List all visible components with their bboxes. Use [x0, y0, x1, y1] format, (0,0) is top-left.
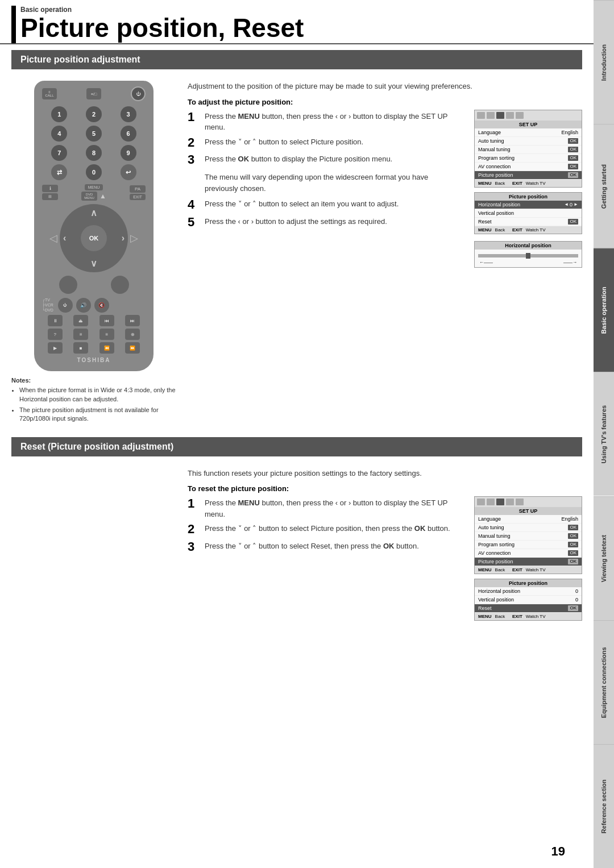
btn-6[interactable]: 6 [121, 126, 136, 142]
btn-right-bottom[interactable] [111, 276, 129, 294]
setup-row-program-sorting: Program sortingOK [475, 154, 582, 163]
btn-stop[interactable]: ■ [73, 342, 88, 354]
btn-q[interactable]: ? [48, 329, 63, 340]
btn-back[interactable]: ↩ [121, 164, 136, 180]
page-number: 19 [551, 844, 565, 859]
setup-row-language: LanguageEnglish [475, 128, 582, 137]
reset-row-reset: ResetOK [475, 604, 582, 613]
btn-mute[interactable]: 🔇 [94, 298, 109, 313]
btn-pause[interactable]: ⏸ [48, 315, 63, 326]
btn-0[interactable]: 0 [86, 164, 102, 180]
step-1-text: Press the MENU button, then press the ‹ … [205, 110, 463, 133]
reset-screen: Picture position Horizontal position0 Ve… [474, 579, 582, 621]
exit-btn[interactable]: EXIT [130, 194, 146, 200]
s2-icon-2 [487, 499, 495, 505]
btn-i[interactable]: ℹ [42, 185, 58, 192]
remote-control: ≡ CALL ≡/□ ⏻ 1 2 3 4 5 6 [34, 81, 154, 371]
sidebar-tab-tv-features[interactable]: Using TV's features [594, 372, 614, 496]
screen-icon-4 [506, 112, 514, 119]
menu-btn[interactable]: MENU [85, 184, 103, 190]
nav-right-arrow[interactable]: › [122, 233, 125, 243]
nav-up-arrow[interactable]: ∧ [90, 207, 97, 218]
btn-power-small[interactable]: ⏻ [58, 298, 73, 313]
sidebar-tabs: Introduction Getting started Basic opera… [594, 0, 614, 868]
sidebar-tab-basic-operation[interactable]: Basic operation [594, 248, 614, 372]
s2-icon-3 [496, 499, 504, 505]
btn-prev[interactable]: ⏮ [99, 315, 114, 326]
section1-content: ≡ CALL ≡/□ ⏻ 1 2 3 4 5 6 [0, 69, 594, 431]
header-area: Basic operation Picture position, Reset [0, 0, 594, 44]
sidebar-tab-getting-started[interactable]: Getting started [594, 124, 614, 248]
dvd-menu-btn[interactable]: DVDMENU [81, 192, 97, 201]
btn-text[interactable]: ≡ [99, 329, 114, 340]
nav-down-arrow[interactable]: ∨ [90, 258, 97, 269]
note-item: The picture position adjustment is not a… [19, 406, 176, 423]
btn-4[interactable]: 4 [51, 126, 67, 142]
menu-icon-btn[interactable]: ≡/□ [86, 88, 101, 99]
btn-guide[interactable]: ≡ [73, 329, 88, 340]
btn-vol[interactable]: 🔊 [76, 298, 91, 313]
notes-list: When the picture format is in Wide or 4:… [11, 386, 176, 423]
header-text-area: Basic operation Picture position, Reset [20, 6, 576, 43]
btn-eject[interactable]: ⏏ [73, 315, 88, 326]
hpos-slider [478, 254, 578, 258]
s2-icon-4 [506, 499, 514, 505]
step-3: 3 Press the OK button to display the Pic… [188, 152, 463, 167]
sidebar-tab-introduction[interactable]: Introduction [594, 0, 614, 124]
screen-icon-5 [516, 112, 524, 119]
btn-rew[interactable]: ⏪ [99, 342, 114, 354]
picture-position-title: Picture position [475, 193, 582, 201]
section2-step-1-num: 1 [188, 496, 200, 511]
btn-next[interactable]: ⏭ [125, 315, 140, 326]
btn-5[interactable]: 5 [86, 126, 102, 142]
btn-ff[interactable]: ⏩ [125, 342, 140, 354]
btn-1[interactable]: 1 [51, 106, 67, 122]
sidebar-tab-teletext[interactable]: Viewing teletext [594, 496, 614, 620]
power-btn[interactable]: ⏻ [131, 86, 146, 101]
section1-subsection: To adjust the picture position: [188, 98, 582, 106]
s2-row-language: LanguageEnglish [475, 515, 582, 524]
btn-7[interactable]: 7 [51, 145, 67, 161]
btn-play[interactable]: ▶ [48, 342, 63, 354]
step-3-text: Press the OK button to display the Pictu… [205, 152, 463, 165]
s2-setup-footer: MENU Back EXIT Watch TV [475, 566, 582, 574]
setup-row-picture-position: Picture positionOK [475, 171, 582, 180]
btn-9[interactable]: 9 [121, 145, 136, 161]
reset-row-horizontal: Horizontal position0 [475, 587, 582, 596]
btn-dii[interactable]: ⊞ [42, 193, 58, 200]
btn-left-bottom[interactable] [59, 276, 77, 294]
tv-vcr-dvd-row: ┌TV ├VCR └DVD ⏻ 🔊 🔇 [42, 297, 146, 313]
section1-header: Picture position adjustment [11, 50, 582, 69]
ok-btn[interactable]: OK [81, 225, 107, 251]
nav-left-arrow[interactable]: ‹ [63, 233, 66, 243]
hpos-content: ←—— ——→ [475, 250, 582, 267]
left-label: ◁ [49, 232, 57, 244]
transport-row1: ⏸ ⏏ ⏮ ⏭ [42, 315, 146, 326]
section2-step-2-num: 2 [188, 522, 200, 537]
s2-icon-1 [477, 499, 485, 505]
right-column: Adjustment to the position of the pictur… [188, 75, 582, 426]
setup-row-av-connection: AV connectionOK [475, 163, 582, 171]
note-item: When the picture format is in Wide or 4:… [19, 386, 176, 404]
picture-position-screen: Picture position Horizontal position◄0► … [474, 192, 582, 234]
btn-mixed[interactable]: ⊕ [125, 329, 140, 340]
sidebar-tab-equipment[interactable]: Equipment connections [594, 620, 614, 744]
pa-btn[interactable]: PA [130, 185, 146, 193]
btn-2[interactable]: 2 [86, 106, 102, 122]
btn-3[interactable]: 3 [121, 106, 136, 122]
step-4-num: 4 [188, 197, 200, 212]
btn-8[interactable]: 8 [86, 145, 102, 161]
number-pad: 1 2 3 4 5 6 7 8 9 ⇄ 0 ↩ [42, 105, 146, 182]
section2-header: Reset (Picture position adjustment) [11, 437, 582, 456]
menu-note: The menu will vary depending upon the wi… [205, 171, 463, 194]
section1-intro: Adjustment to the position of the pictur… [188, 81, 582, 92]
section2-intro: This function resets your picture positi… [188, 468, 582, 479]
sidebar-tab-reference[interactable]: Reference section [594, 744, 614, 868]
step-2-text: Press the ˅ or ˄ button to select Pictur… [205, 135, 463, 148]
btn-teletext[interactable]: ⇄ [51, 164, 67, 180]
call-btn[interactable]: ≡ CALL [42, 88, 57, 99]
right-label: ▷ [130, 232, 138, 244]
hpos-thumb [526, 253, 530, 259]
setup-row-manual-tuning: Manual tuningOK [475, 146, 582, 154]
section2-step-1-text: Press the MENU button, then press the ‹ … [205, 496, 463, 520]
